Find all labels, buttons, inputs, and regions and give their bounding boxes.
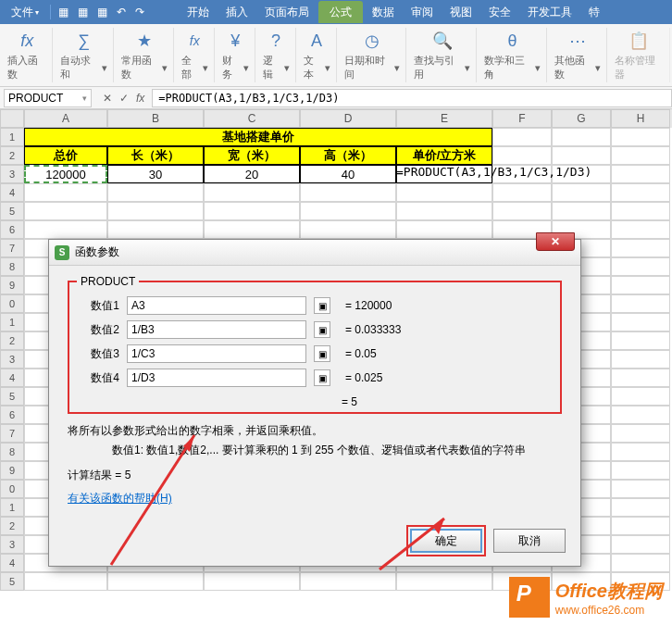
row-header[interactable]: 2	[0, 146, 24, 165]
close-icon[interactable]: ✕	[536, 232, 575, 251]
row-header[interactable]: 9	[0, 461, 24, 480]
formula-overflow-text: =PRODUCT(A3,1/B3,1/C3,1/D3)	[396, 165, 591, 179]
param-input-3[interactable]	[127, 344, 306, 363]
col-header[interactable]: E	[396, 109, 492, 128]
header-cell[interactable]: 长（米）	[107, 146, 204, 165]
file-menu[interactable]: 文件▾	[4, 1, 46, 23]
cell-a3[interactable]: 120000	[24, 165, 107, 183]
accept-formula-icon[interactable]: ✓	[119, 92, 129, 105]
tab-more[interactable]: 特	[581, 1, 607, 23]
row-headers: 1 2 3 4 5 6 7 8 9 0 1 2 3 4 5 6 7 8 9 0 …	[0, 128, 24, 591]
toolbar-icon[interactable]: ▦	[55, 6, 72, 19]
row-header[interactable]: 8	[0, 257, 24, 276]
row-header[interactable]: 6	[0, 406, 24, 424]
param-input-1[interactable]	[127, 296, 306, 315]
cell-c3[interactable]: 20	[204, 165, 300, 183]
row-header[interactable]: 4	[0, 554, 24, 572]
row-header[interactable]: 3	[0, 350, 24, 369]
row-header[interactable]: 2	[0, 517, 24, 535]
all-functions-button[interactable]: fx全部▾	[181, 30, 208, 81]
row-header[interactable]: 5	[0, 572, 24, 591]
range-picker-icon[interactable]: ▣	[314, 345, 330, 362]
formula-bar: PRODUCT▾ ✕ ✓ fx =PRODUCT(A3,1/B3,1/C3,1/…	[0, 87, 672, 109]
formula-input[interactable]: =PRODUCT(A3,1/B3,1/C3,1/D3)	[152, 89, 672, 107]
row-header[interactable]: 0	[0, 480, 24, 498]
tab-view[interactable]: 视图	[442, 1, 479, 23]
tab-insert[interactable]: 插入	[218, 1, 255, 23]
tab-page-layout[interactable]: 页面布局	[257, 1, 317, 23]
text-button[interactable]: A文本▾	[304, 30, 330, 81]
title-cell[interactable]: 基地搭建单价	[24, 128, 492, 146]
header-cell[interactable]: 单价/立方米	[396, 146, 492, 165]
tab-formula[interactable]: 公式	[318, 1, 363, 23]
parameters-group: PRODUCT 数值1 ▣ = 120000 数值2 ▣ = 0.033333 …	[68, 281, 562, 414]
tab-developer[interactable]: 开发工具	[520, 1, 579, 23]
row-header[interactable]: 9	[0, 276, 24, 294]
row-header[interactable]: 3	[0, 535, 24, 554]
row-header[interactable]: 2	[0, 331, 24, 350]
row-header[interactable]: 5	[0, 202, 24, 220]
cell-b3[interactable]: 30	[107, 165, 204, 183]
select-all-corner[interactable]	[0, 109, 24, 128]
annotation-arrow-icon	[370, 514, 463, 579]
svg-marker-3	[433, 519, 444, 534]
lookup-button[interactable]: 🔍查找与引用▾	[414, 30, 470, 81]
insert-function-button[interactable]: fx插入函数	[7, 30, 46, 81]
row-header[interactable]: 8	[0, 443, 24, 461]
toolbar-icon[interactable]: ▦	[74, 6, 92, 19]
row-header[interactable]: 3	[0, 165, 24, 183]
row-header[interactable]: 7	[0, 239, 24, 257]
tab-start[interactable]: 开始	[180, 1, 217, 23]
dialog-titlebar[interactable]: S 函数参数 ✕	[49, 240, 580, 266]
tab-data[interactable]: 数据	[365, 1, 402, 23]
math-button[interactable]: θ数学和三角▾	[484, 30, 541, 81]
range-picker-icon[interactable]: ▣	[314, 321, 330, 338]
datetime-button[interactable]: ◷日期和时间▾	[344, 30, 401, 81]
col-header[interactable]: G	[552, 109, 611, 128]
name-box[interactable]: PRODUCT▾	[4, 89, 92, 107]
toolbar-icon[interactable]: ↶	[113, 6, 130, 19]
col-header[interactable]: C	[204, 109, 300, 128]
header-cell[interactable]: 总价	[24, 146, 107, 165]
param-input-4[interactable]	[127, 369, 306, 387]
other-functions-button[interactable]: ⋯其他函数▾	[554, 30, 601, 81]
col-header[interactable]: A	[24, 109, 107, 128]
row-header[interactable]: 1	[0, 313, 24, 331]
fx-icon[interactable]: fx	[136, 92, 144, 105]
row-header[interactable]: 1	[0, 128, 24, 146]
svg-line-0	[111, 435, 194, 565]
param-input-2[interactable]	[127, 320, 306, 339]
toolbar-icon[interactable]: ↷	[131, 6, 148, 19]
logo-url: www.office26.com	[555, 604, 663, 617]
col-header[interactable]: B	[107, 109, 204, 128]
logo-title: Office教程网	[555, 579, 663, 604]
finance-button[interactable]: ¥财务▾	[222, 30, 249, 81]
function-name-label: PRODUCT	[77, 275, 139, 288]
param-label: 数值1	[82, 298, 119, 314]
row-header[interactable]: 0	[0, 294, 24, 313]
row-header[interactable]: 4	[0, 369, 24, 387]
header-cell[interactable]: 宽（米）	[204, 146, 300, 165]
col-header[interactable]: F	[492, 109, 552, 128]
row-header[interactable]: 7	[0, 424, 24, 443]
logic-button[interactable]: ?逻辑▾	[263, 30, 290, 81]
logo: Office教程网 www.office26.com	[509, 577, 663, 618]
cell-d3[interactable]: 40	[300, 165, 396, 183]
cancel-button[interactable]: 取消	[493, 529, 566, 553]
toolbar-icon[interactable]: ▦	[93, 6, 111, 19]
col-header[interactable]: H	[611, 109, 670, 128]
tab-review[interactable]: 审阅	[404, 1, 441, 23]
header-cell[interactable]: 高（米）	[300, 146, 396, 165]
row-header[interactable]: 5	[0, 387, 24, 406]
cancel-formula-icon[interactable]: ✕	[103, 92, 112, 105]
tab-security[interactable]: 安全	[481, 1, 518, 23]
row-header[interactable]: 6	[0, 220, 24, 239]
col-header[interactable]: D	[300, 109, 396, 128]
autosum-button[interactable]: ∑自动求和▾	[60, 30, 106, 81]
row-header[interactable]: 4	[0, 183, 24, 202]
common-functions-button[interactable]: ★常用函数▾	[121, 30, 168, 81]
row-header[interactable]: 1	[0, 498, 24, 517]
name-manager-button[interactable]: 📋名称管理器	[615, 30, 664, 81]
range-picker-icon[interactable]: ▣	[314, 369, 330, 386]
range-picker-icon[interactable]: ▣	[314, 297, 330, 314]
